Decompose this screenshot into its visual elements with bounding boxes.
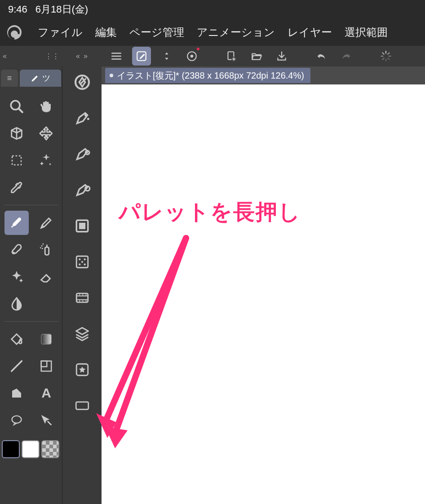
svg-point-29	[84, 114, 88, 117]
collapse-left1-icon[interactable]: «	[3, 52, 7, 60]
toolbox-tab-menu[interactable]: ≡	[1, 70, 18, 87]
collapse-right2-icon[interactable]: »	[84, 52, 88, 60]
cursor-edit-icon[interactable]	[34, 408, 58, 432]
material-square-icon[interactable]	[71, 394, 93, 417]
menu-animation[interactable]: アニメーション	[197, 25, 275, 40]
collapse-left2-icon[interactable]: «	[76, 52, 80, 60]
line-icon[interactable]	[4, 354, 29, 378]
canvas[interactable]: パレットを長押し パレットをタブ表示	[102, 84, 425, 504]
wand-icon[interactable]	[34, 148, 58, 172]
busy-spinner-icon	[376, 47, 395, 66]
svg-point-2	[190, 55, 194, 58]
svg-line-11	[382, 58, 384, 59]
svg-point-32	[87, 152, 88, 153]
lasso-speech-icon[interactable]	[4, 408, 29, 432]
svg-line-10	[388, 58, 389, 59]
svg-point-27	[12, 416, 22, 423]
svg-rect-15	[12, 156, 21, 165]
svg-rect-35	[79, 223, 85, 229]
blend-icon[interactable]	[4, 292, 29, 316]
film-icon[interactable]	[71, 287, 93, 309]
pen-small-icon	[31, 74, 40, 83]
svg-point-16	[12, 252, 15, 254]
new-page-icon[interactable]	[222, 47, 241, 66]
svg-line-14	[18, 108, 22, 112]
svg-point-38	[84, 258, 85, 260]
svg-line-24	[12, 361, 22, 371]
svg-point-33	[85, 186, 89, 191]
hand-icon[interactable]	[34, 94, 58, 119]
undo-icon[interactable]	[312, 47, 331, 66]
cube-icon[interactable]	[4, 121, 29, 146]
svg-line-54	[114, 238, 186, 436]
save-icon[interactable]	[272, 47, 291, 66]
eyedropper-icon[interactable]	[4, 175, 29, 199]
quick-access-icon[interactable]	[71, 71, 93, 93]
sub-tool-pen-a-icon[interactable]	[71, 107, 93, 129]
annotation-arrow-icon	[92, 234, 208, 449]
status-bar: 9:46 6月18日(金)	[0, 0, 425, 19]
tone-icon[interactable]	[71, 215, 93, 237]
frame-icon[interactable]	[34, 354, 58, 378]
annotation-text: パレットを長押し	[119, 198, 301, 226]
svg-line-12	[388, 53, 389, 54]
svg-point-37	[79, 258, 80, 260]
menu-bar: ファイル 編集 ページ管理 アニメーション レイヤー 選択範囲	[0, 19, 425, 46]
pattern-icon[interactable]	[71, 251, 93, 273]
svg-point-39	[79, 264, 80, 265]
blank-slot	[34, 175, 58, 199]
svg-point-20	[43, 243, 44, 245]
layers-icon[interactable]	[71, 323, 93, 345]
sub-tool-marker-icon[interactable]	[71, 179, 93, 201]
status-date: 6月18日(金)	[35, 3, 88, 16]
menu-layer[interactable]: レイヤー	[288, 25, 332, 40]
menu-file[interactable]: ファイル	[38, 25, 83, 40]
svg-point-40	[84, 264, 85, 265]
airbrush-icon[interactable]	[34, 238, 58, 262]
redo-icon[interactable]	[337, 47, 356, 66]
eraser-icon[interactable]	[34, 265, 58, 289]
at-dot-icon[interactable]	[182, 47, 201, 66]
sparkle-icon[interactable]	[4, 265, 29, 289]
pen-icon[interactable]	[4, 211, 29, 235]
svg-point-22	[42, 248, 43, 249]
text-icon[interactable]: A	[34, 381, 58, 405]
svg-point-41	[81, 261, 83, 263]
document-tab-row: イラスト[復元]* (2388 x 1668px 72dpi 126.4%)	[102, 66, 425, 84]
blank-slot-2	[34, 292, 58, 316]
text-glyph: A	[41, 385, 51, 401]
hamburger-icon[interactable]	[107, 47, 126, 66]
swatch-background[interactable]	[22, 440, 40, 458]
edit-square-icon[interactable]	[132, 47, 151, 66]
pencil-icon[interactable]	[34, 211, 58, 235]
svg-rect-52	[76, 402, 89, 410]
drag-handle-icon[interactable]: ⋮⋮	[45, 52, 59, 61]
status-time: 9:46	[8, 4, 27, 15]
expand-vert-icon[interactable]	[157, 47, 176, 66]
gradient-icon[interactable]	[34, 327, 58, 351]
document-tab[interactable]: イラスト[復元]* (2388 x 1668px 72dpi 126.4%)	[105, 68, 310, 83]
menu-edit[interactable]: 編集	[95, 25, 117, 40]
favorite-icon[interactable]	[71, 358, 93, 381]
magnify-icon[interactable]	[4, 94, 29, 119]
menu-selection[interactable]: 選択範囲	[345, 25, 388, 40]
tab-menu-glyph: ≡	[7, 74, 12, 83]
menu-page[interactable]: ページ管理	[129, 25, 184, 40]
svg-rect-26	[41, 361, 47, 367]
svg-rect-18	[46, 245, 48, 248]
shape-icon[interactable]	[4, 381, 29, 405]
sub-tool-pen-b-icon[interactable]	[71, 143, 93, 165]
brush-icon[interactable]	[4, 238, 29, 262]
svg-line-53	[105, 238, 186, 422]
bucket-icon[interactable]	[4, 327, 29, 351]
app-logo-icon[interactable]	[4, 22, 25, 43]
move-icon[interactable]	[34, 121, 58, 146]
open-folder-icon[interactable]	[247, 47, 266, 66]
swatch-transparent[interactable]	[41, 440, 59, 458]
svg-line-9	[382, 53, 384, 54]
marquee-icon[interactable]	[4, 148, 29, 172]
toolbox-tab-active[interactable]: ツ	[20, 70, 61, 87]
toolbox-panel: ≡ ツ	[0, 66, 62, 504]
canvas-area: イラスト[復元]* (2388 x 1668px 72dpi 126.4%) パ…	[102, 66, 425, 504]
swatch-foreground[interactable]	[2, 440, 20, 458]
